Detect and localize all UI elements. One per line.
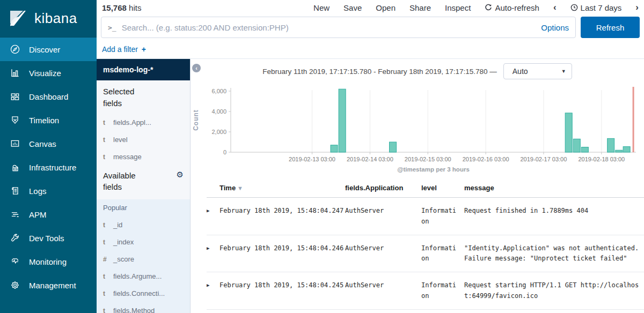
sidebar-item-dev-tools[interactable]: Dev Tools xyxy=(0,226,97,250)
field-item-message[interactable]: tmessage xyxy=(103,153,184,161)
field-item-fields-argume-[interactable]: tfields.Argume... xyxy=(103,272,184,280)
field-type-icon: t xyxy=(103,239,108,246)
svg-text:2019-02-14 03:00: 2019-02-14 03:00 xyxy=(347,156,393,162)
interval-select[interactable]: Auto ▼ xyxy=(503,63,572,79)
table-header-row: Time▼ fields.Application level message xyxy=(207,179,644,198)
sidebar-item-management[interactable]: Management xyxy=(0,273,97,297)
left-nav: kibana DiscoverVisualizeDashboardTimelio… xyxy=(0,0,97,313)
expand-row-icon[interactable]: ▶ xyxy=(207,280,219,289)
time-range-button[interactable]: Last 7 days xyxy=(570,3,622,12)
field-settings-gear-icon[interactable]: ⚙ xyxy=(177,170,184,193)
sidebar-item-monitoring[interactable]: Monitoring xyxy=(0,250,97,273)
field-item-fields-method[interactable]: tfields.Method xyxy=(103,307,184,313)
sort-desc-icon[interactable]: ▼ xyxy=(237,185,243,191)
sidebar-item-dashboard[interactable]: Dashboard xyxy=(0,85,97,108)
sidebar-item-canvas[interactable]: Canvas xyxy=(0,132,97,155)
histogram-bar[interactable] xyxy=(581,147,588,153)
inspect-menu-item[interactable]: Inspect xyxy=(445,3,471,12)
cell-level: Information xyxy=(421,243,458,265)
field-item-_id[interactable]: t_id xyxy=(103,221,184,229)
field-item-_index[interactable]: t_index xyxy=(103,238,184,246)
search-box[interactable]: >_ Options xyxy=(101,17,576,38)
collapse-sidebar-button[interactable]: ‹ xyxy=(192,64,201,72)
svg-text:2,000: 2,000 xyxy=(211,129,226,135)
kibana-wordmark: kibana xyxy=(34,10,77,27)
selected-fields-title: Selected fields xyxy=(103,86,184,109)
sidebar-item-label: Infrastructure xyxy=(29,163,76,172)
cell-time: February 18th 2019, 15:48:04.246 xyxy=(219,243,345,254)
options-link[interactable]: Options xyxy=(541,23,569,32)
expand-row-icon[interactable]: ▶ xyxy=(207,243,219,252)
add-filter-button[interactable]: Add a filter + xyxy=(102,45,146,54)
bar-chart-icon xyxy=(10,68,20,78)
sidebar-item-infrastructure[interactable]: Infrastructure xyxy=(0,155,97,179)
refresh-button[interactable]: Refresh xyxy=(581,17,640,38)
field-item-_score[interactable]: #_score xyxy=(103,255,184,263)
cell-application: AuthServer xyxy=(345,243,421,254)
column-application[interactable]: fields.Application xyxy=(345,184,421,192)
field-name: fields.Connecti... xyxy=(113,289,165,297)
open-menu-item[interactable]: Open xyxy=(376,3,396,12)
sidebar-item-apm[interactable]: APM xyxy=(0,203,97,226)
field-name: level xyxy=(113,136,128,144)
time-prev-button[interactable]: ‹ xyxy=(553,2,557,13)
svg-text:2019-02-17 03:00: 2019-02-17 03:00 xyxy=(521,156,567,162)
table-row[interactable]: ▶February 18th 2019, 15:48:04.245AuthSer… xyxy=(207,310,644,313)
expand-row-icon[interactable]: ▶ xyxy=(207,206,219,215)
main-panel: ‹ February 11th 2019, 17:17:15.780 - Feb… xyxy=(191,59,644,313)
field-type-icon: t xyxy=(103,273,108,280)
search-input[interactable] xyxy=(122,23,536,32)
filter-bar: Add a filter + xyxy=(97,40,644,59)
share-menu-item[interactable]: Share xyxy=(409,3,431,12)
cell-level: Information xyxy=(421,280,458,302)
field-item-fields-appl-[interactable]: tfields.Appl... xyxy=(103,118,184,126)
histogram-bar[interactable] xyxy=(573,139,580,152)
sidebar-item-logs[interactable]: Logs xyxy=(0,179,97,203)
histogram-bar[interactable] xyxy=(623,147,630,152)
dashboard-grid-icon xyxy=(10,91,20,102)
cell-application: AuthServer xyxy=(345,206,421,217)
histogram-bar[interactable] xyxy=(608,138,614,152)
kibana-logo[interactable]: kibana xyxy=(0,0,97,38)
field-item-level[interactable]: tlevel xyxy=(103,136,184,144)
table-row[interactable]: ▶February 18th 2019, 15:48:04.246AuthSer… xyxy=(207,235,644,273)
histogram-bar[interactable] xyxy=(616,150,623,152)
cell-time: February 18th 2019, 15:48:04.247 xyxy=(219,206,345,217)
field-item-fields-connecti-[interactable]: tfields.Connecti... xyxy=(103,289,184,297)
field-name: _index xyxy=(113,238,134,246)
field-type-icon: t xyxy=(103,136,108,144)
fields-panel: msdemo-log-* Selected fields tfields.App… xyxy=(97,59,191,313)
svg-text:6,000: 6,000 xyxy=(211,88,226,94)
save-menu-item[interactable]: Save xyxy=(343,3,362,12)
kibana-app: kibana DiscoverVisualizeDashboardTimelio… xyxy=(0,0,644,313)
time-range-label: Last 7 days xyxy=(581,3,622,12)
sidebar-item-timelion[interactable]: Timelion xyxy=(0,108,97,132)
auto-refresh-button[interactable]: Auto-refresh xyxy=(485,3,539,12)
field-type-icon: t xyxy=(103,119,108,126)
svg-text:4,000: 4,000 xyxy=(211,108,226,115)
histogram-bar[interactable] xyxy=(390,142,397,152)
histogram-bar[interactable] xyxy=(339,89,346,152)
histogram-chart[interactable]: 02,0004,0006,0002019-02-13 03:002019-02-… xyxy=(191,83,644,177)
sidebar-item-visualize[interactable]: Visualize xyxy=(0,61,97,85)
new-menu-item[interactable]: New xyxy=(313,3,330,12)
index-pattern-selector[interactable]: msdemo-log-* xyxy=(97,59,190,80)
column-message[interactable]: message xyxy=(464,184,644,192)
cell-level: Information xyxy=(421,206,458,227)
sidebar-item-label: Dashboard xyxy=(29,92,68,101)
column-level[interactable]: level xyxy=(421,184,464,192)
documents-table: Time▼ fields.Application level message ▶… xyxy=(207,179,644,313)
table-body: ▶February 18th 2019, 15:48:04.247AuthSer… xyxy=(207,198,644,313)
time-next-button[interactable]: › xyxy=(635,2,639,13)
column-time[interactable]: Time▼ xyxy=(219,184,345,192)
plus-icon: + xyxy=(142,45,146,54)
popular-fields-section: Popular t_idt_index#_scoretfields.Argume… xyxy=(97,199,190,313)
histogram-bar[interactable] xyxy=(565,113,572,152)
sidebar-item-label: Management xyxy=(29,281,76,290)
table-row[interactable]: ▶February 18th 2019, 15:48:04.245AuthSer… xyxy=(207,272,644,310)
table-row[interactable]: ▶February 18th 2019, 15:48:04.247AuthSer… xyxy=(207,198,644,235)
histogram-bar[interactable] xyxy=(331,145,338,152)
compass-icon xyxy=(10,44,20,55)
hits-number: 15,768 xyxy=(102,3,127,12)
sidebar-item-discover[interactable]: Discover xyxy=(0,38,97,61)
